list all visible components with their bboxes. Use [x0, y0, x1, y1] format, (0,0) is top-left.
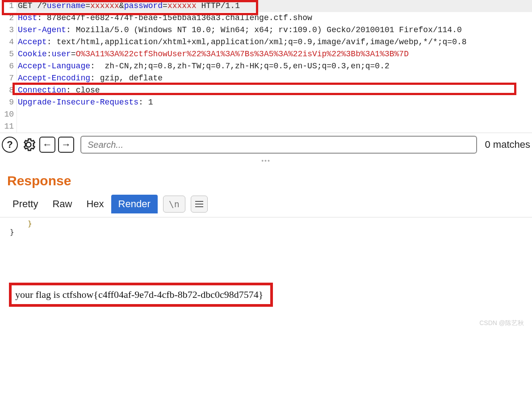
editor-line[interactable]: 8Connection: close [0, 84, 532, 96]
line-number: 1 [0, 0, 17, 12]
tab-pretty[interactable]: Pretty [5, 195, 45, 213]
editor-line[interactable]: 2Host: 878ec47f-e682-474f-beae-15ebbaa13… [0, 12, 532, 24]
line-code[interactable]: Accept-Language: zh-CN,zh;q=0.8,zh-TW;q=… [17, 60, 532, 72]
flag-highlight: your flag is ctfshow{c4ff04af-9e7d-4cfb-… [10, 285, 268, 304]
line-number: 3 [0, 24, 17, 36]
editor-line[interactable]: 10 [0, 109, 532, 121]
next-match-button[interactable]: → [58, 137, 74, 153]
line-code[interactable]: Cookie:user=O%3A11%3A%22ctfShowUser%22%3… [17, 48, 532, 60]
line-number: 5 [0, 48, 17, 60]
line-code[interactable]: Host: 878ec47f-e682-474f-beae-15ebbaa136… [17, 12, 532, 24]
tab-render[interactable]: Render [111, 195, 158, 213]
editor-line[interactable]: 1GET /?username=xxxxxx&password=xxxxxx H… [0, 0, 532, 12]
editor-line[interactable]: 5Cookie:user=O%3A11%3A%22ctfShowUser%22%… [0, 48, 532, 60]
editor-line[interactable]: 4Accept: text/html,application/xhtml+xml… [0, 36, 532, 48]
search-toolbar: ? ← → 0 matches [0, 133, 532, 156]
hamburger-icon[interactable] [191, 196, 208, 213]
editor-line[interactable]: 7Accept-Encoding: gzip, deflate [0, 72, 532, 84]
editor-line[interactable]: 6Accept-Language: zh-CN,zh;q=0.8,zh-TW;q… [0, 60, 532, 72]
line-number: 9 [0, 96, 17, 109]
tab-raw[interactable]: Raw [45, 195, 79, 213]
tab-hex[interactable]: Hex [79, 195, 111, 213]
render-line: } [5, 228, 527, 236]
response-tabs: PrettyRawHexRender \n [0, 195, 532, 217]
newline-toggle-button[interactable]: \n [163, 196, 185, 213]
line-number: 10 [0, 109, 17, 121]
line-number: 2 [0, 12, 17, 24]
editor-line[interactable]: 9Upgrade-Insecure-Requests: 1 [0, 96, 532, 109]
split-handle[interactable]: ••• [0, 156, 532, 165]
line-code[interactable]: User-Agent: Mozilla/5.0 (Windows NT 10.0… [17, 24, 532, 36]
response-render-panel: } } your flag is ctfshow{c4ff04af-9e7d-4… [0, 217, 532, 331]
request-editor[interactable]: 1GET /?username=xxxxxx&password=xxxxxx H… [0, 0, 532, 133]
line-code[interactable]: Connection: close [17, 84, 532, 96]
editor-line[interactable]: 11 [0, 121, 532, 133]
line-code[interactable]: GET /?username=xxxxxx&password=xxxxxx HT… [17, 0, 532, 12]
line-number: 8 [0, 84, 17, 96]
line-code[interactable]: Accept: text/html,application/xhtml+xml,… [17, 36, 532, 48]
render-line: } [5, 219, 527, 228]
response-title: Response [0, 165, 532, 195]
search-input[interactable] [80, 136, 477, 154]
line-number: 7 [0, 72, 17, 84]
match-count: 0 matches [480, 139, 531, 150]
line-code[interactable]: Upgrade-Insecure-Requests: 1 [17, 96, 532, 109]
help-icon[interactable]: ? [2, 137, 18, 153]
line-code[interactable]: Accept-Encoding: gzip, deflate [17, 72, 532, 84]
editor-line[interactable]: 3User-Agent: Mozilla/5.0 (Windows NT 10.… [0, 24, 532, 36]
line-number: 4 [0, 36, 17, 48]
gear-icon[interactable] [21, 137, 37, 153]
prev-match-button[interactable]: ← [39, 137, 55, 153]
highlight-box-flag [9, 283, 273, 307]
line-number: 6 [0, 60, 17, 72]
watermark: CSDN @陈艺秋 [479, 319, 524, 327]
line-number: 11 [0, 121, 17, 133]
